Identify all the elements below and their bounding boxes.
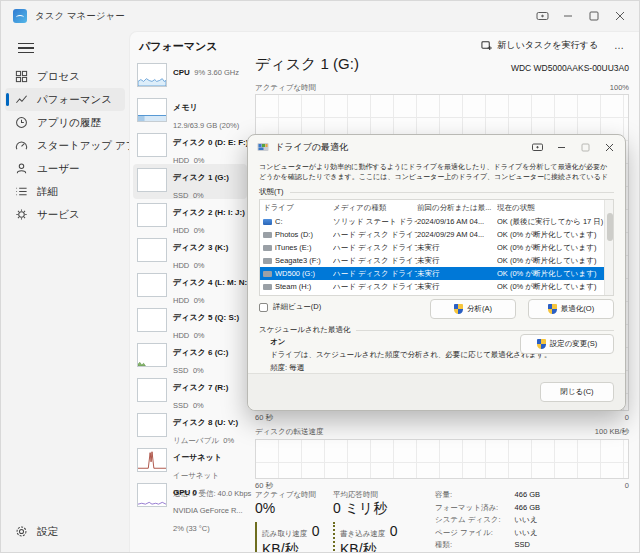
metric-card-disk4[interactable]: ディスク 4 (L: M: N:... HDD 0% xyxy=(133,269,247,304)
metric-line2: リムーバブル xyxy=(173,436,219,445)
metric-line2: 9% 3.60 GHz xyxy=(194,68,239,77)
drive-icon xyxy=(263,284,272,290)
services-icon xyxy=(15,208,28,221)
checkbox-icon xyxy=(259,303,268,312)
metric-line2: HDD xyxy=(173,296,189,305)
minimize-button[interactable] xyxy=(555,4,581,28)
cell-media: ハード ディスク ドライブ xyxy=(333,243,417,253)
stat-label: 読み取り速度 xyxy=(262,529,307,538)
table-scrollbar[interactable] xyxy=(604,200,613,295)
metric-card-disk7[interactable]: ディスク 7 (R:) SSD 0% xyxy=(133,374,247,409)
table-row[interactable]: Photos (D:) ハード ディスク ドライブ 2024/09/29 AM … xyxy=(260,228,613,241)
cell-status: OK (0% が断片化しています) xyxy=(497,269,613,279)
x-axis-span: 60 秒 xyxy=(255,413,273,423)
disk-mini-chart xyxy=(137,413,167,437)
close-button[interactable] xyxy=(597,137,621,157)
col-header-media[interactable]: メディアの種類 xyxy=(333,203,417,213)
col-header-status[interactable]: 現在の状態 xyxy=(497,203,613,213)
metric-title: ディスク 2 (H: I: J:) xyxy=(173,208,245,217)
metric-card-disk3[interactable]: ディスク 3 (K:) HDD 0% xyxy=(133,234,247,269)
disk-mini-chart xyxy=(137,308,167,332)
metric-title: ディスク 6 (C:) xyxy=(173,348,228,357)
status-group-label: 状態(T) xyxy=(259,187,284,197)
sidebar-item-users[interactable]: ユーザー xyxy=(5,157,125,180)
metric-card-disk6[interactable]: ディスク 6 (C:) SSD 0% xyxy=(133,339,247,374)
table-header-row: ドライブ メディアの種類 前回の分析または最... 現在の状態 xyxy=(260,200,613,215)
metric-card-disk5[interactable]: ディスク 5 (Q: S:) HDD 0% xyxy=(133,304,247,339)
prop-key: フォーマット済み: xyxy=(435,503,501,513)
prop-value: 466 GB xyxy=(515,490,540,500)
metric-card-disk2[interactable]: ディスク 2 (H: I: J:) HDD 0% xyxy=(133,199,247,234)
close-button[interactable] xyxy=(607,4,633,28)
metric-card-ethernet[interactable]: イーサネット イーサネット 送信: 0 受信: 40.0 Kbps xyxy=(133,444,247,479)
cell-last-run: 未実行 xyxy=(417,256,497,266)
sidebar-item-processes[interactable]: プロセス xyxy=(5,65,125,88)
metric-line3: 0% xyxy=(194,156,205,165)
table-row[interactable]: C: ソリッド ステート ドライブ 2024/09/16 AM 04... OK… xyxy=(260,215,613,228)
metric-title: CPU xyxy=(173,68,190,77)
metric-title: ディスク 7 (R:) xyxy=(173,383,228,392)
advanced-view-checkbox[interactable]: 詳細ビュー(D) xyxy=(259,302,321,312)
more-options-button[interactable]: … xyxy=(610,40,629,51)
minimize-button[interactable] xyxy=(549,137,573,157)
optimize-button[interactable]: 最適化(O) xyxy=(528,299,614,319)
metric-title: GPU 0 xyxy=(173,488,197,497)
metric-card-disk0[interactable]: ディスク 0 (D: E: F:) HDD 0% xyxy=(133,129,247,164)
run-new-task-button[interactable]: 新しいタスクを実行する xyxy=(481,39,598,52)
cell-drive: C: xyxy=(275,217,283,226)
sidebar-item-services[interactable]: サービス xyxy=(5,203,125,226)
cell-drive: Steam (H:) xyxy=(275,282,311,291)
scheduled-optimization: オン ドライブは、スケジュールされた頻度で分析され、必要に応じて最適化されます。… xyxy=(270,336,614,373)
active-time-label: アクティブな時間 xyxy=(255,83,316,93)
sidebar-item-details[interactable]: 詳細 xyxy=(5,180,125,203)
disk-mini-chart xyxy=(137,168,167,192)
metric-card-disk8[interactable]: ディスク 8 (U: V:) リムーバブル 0% xyxy=(133,409,247,444)
table-row-selected[interactable]: WD500 (G:) ハード ディスク ドライブ 未実行 OK (0% が断片化… xyxy=(260,267,613,280)
metric-card-memory[interactable]: メモリ 12.9/63.9 GB (20%) xyxy=(133,94,247,129)
cell-status: OK (0% が断片化しています) xyxy=(497,243,613,253)
sidebar-item-startup-apps[interactable]: スタートアップ アプリ xyxy=(5,134,125,157)
uac-shield-icon xyxy=(454,304,463,314)
sidebar-item-app-history[interactable]: アプリの履歴 xyxy=(5,111,125,134)
table-row[interactable]: Data (I:) ハード ディスク ドライブ 未実行 OK (0% が断片化し… xyxy=(260,293,613,296)
scrollbar-thumb[interactable] xyxy=(607,213,613,241)
metric-title: メモリ xyxy=(173,103,198,112)
performance-icon xyxy=(15,93,28,106)
prop-key: 種類: xyxy=(435,540,501,550)
disk-mini-chart xyxy=(137,378,167,402)
cell-status: OK (0% が断片化しています) xyxy=(497,295,613,297)
col-header-last-run[interactable]: 前回の分析または最... xyxy=(417,203,497,213)
change-settings-button[interactable]: 設定の変更(S) xyxy=(520,334,614,354)
stat-value: 0% xyxy=(255,499,333,517)
disk-mini-chart xyxy=(137,273,167,297)
cell-status: OK (最後に実行してから 17 日) xyxy=(497,217,613,227)
cell-media: ハード ディスク ドライブ xyxy=(333,295,417,297)
maximize-button[interactable] xyxy=(581,4,607,28)
disk-stats: アクティブな時間 0% 読み取り速度 0 KB/秒 平均応答時間 0 ミリ秒 書… xyxy=(255,490,631,553)
app-history-icon xyxy=(15,116,28,129)
col-header-drive[interactable]: ドライブ xyxy=(263,203,333,213)
group-divider xyxy=(290,192,614,193)
group-divider xyxy=(356,330,614,331)
metric-card-gpu0[interactable]: GPU 0 NVIDIA GeForce R... 2% (33 °C) xyxy=(133,479,247,514)
sidebar-item-settings[interactable]: 設定 xyxy=(5,520,125,543)
metric-title: ディスク 4 (L: M: N:... xyxy=(173,278,254,287)
menu-icon[interactable] xyxy=(11,37,41,59)
metric-card-disk1[interactable]: ディスク 1 (G:) SSD 0% xyxy=(133,164,247,199)
windows-drive-icon xyxy=(263,219,272,225)
page-title: パフォーマンス xyxy=(139,39,218,54)
screen-icon[interactable] xyxy=(529,4,555,28)
close-dialog-button[interactable]: 閉じる(C) xyxy=(540,382,614,402)
sidebar-item-label: 詳細 xyxy=(37,185,58,199)
table-row[interactable]: Steam (H:) ハード ディスク ドライブ 未実行 OK (0% が断片化… xyxy=(260,280,613,293)
table-row[interactable]: iTunes (E:) ハード ディスク ドライブ 未実行 OK (0% が断片… xyxy=(260,241,613,254)
analyze-button[interactable]: 分析(A) xyxy=(430,299,516,319)
screen-icon[interactable] xyxy=(525,137,549,157)
metric-line2: 12.9/63.9 GB (20%) xyxy=(173,121,239,130)
task-manager-app-icon xyxy=(13,9,27,23)
table-row[interactable]: Seagate3 (F:) ハード ディスク ドライブ 未実行 OK (0% が… xyxy=(260,254,613,267)
details-icon xyxy=(15,185,28,198)
sidebar-item-performance[interactable]: パフォーマンス xyxy=(5,88,125,111)
cell-media: ハード ディスク ドライブ xyxy=(333,269,417,279)
metric-card-cpu[interactable]: CPU 9% 3.60 GHz xyxy=(133,59,247,94)
